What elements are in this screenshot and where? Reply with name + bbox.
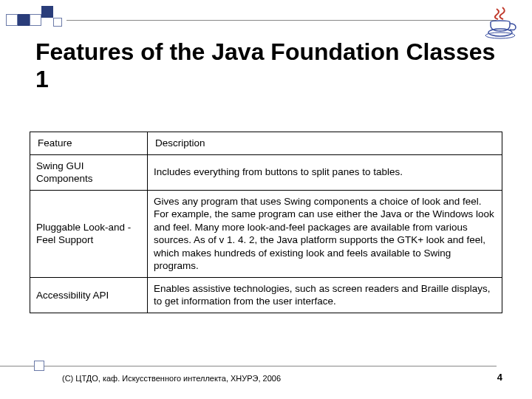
- java-logo-icon: [483, 6, 517, 40]
- cell-feature: Accessibility API: [30, 277, 148, 313]
- slide-bottom-square: [34, 361, 44, 371]
- cell-description: Includes everything from buttons to spli…: [148, 154, 502, 190]
- table-row: Pluggable Look-and -Feel Support Gives a…: [30, 190, 502, 277]
- svg-point-1: [485, 33, 515, 38]
- header-feature: Feature: [30, 132, 148, 155]
- slide-top-decoration: [0, 16, 532, 24]
- cell-description: Gives any program that uses Swing compon…: [148, 190, 502, 277]
- table-row: Accessibility API Enables assistive tech…: [30, 277, 502, 313]
- features-table: Feature Description Swing GUI Components…: [30, 132, 502, 313]
- cell-description: Enables assistive technologies, such as …: [148, 277, 502, 313]
- page-number: 4: [497, 372, 502, 383]
- slide-bottom-line: [0, 366, 497, 366]
- slide-title: Features of the Java Foundation Classes …: [35, 38, 497, 93]
- cell-feature: Swing GUI Components: [30, 154, 148, 190]
- slide-footer: (С) ЦТДО, каф. Искусственного интеллекта…: [62, 372, 502, 383]
- cell-feature: Pluggable Look-and -Feel Support: [30, 190, 148, 277]
- table-row: Swing GUI Components Includes everything…: [30, 154, 502, 190]
- header-description: Description: [148, 132, 502, 155]
- footer-copyright: (С) ЦТДО, каф. Искусственного интеллекта…: [62, 374, 281, 383]
- table-header-row: Feature Description: [30, 132, 502, 155]
